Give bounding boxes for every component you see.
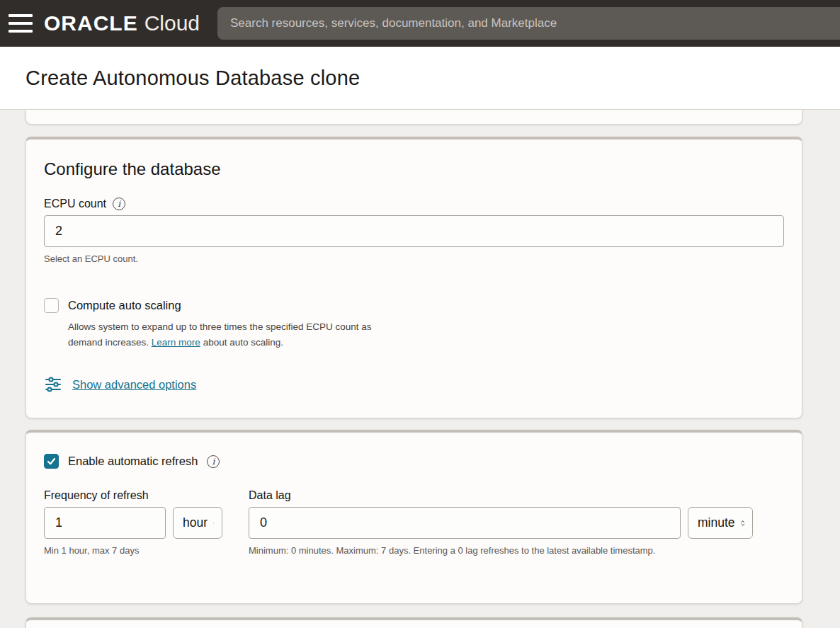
hamburger-icon <box>8 14 33 33</box>
oracle-cloud-logo[interactable]: ORACLE Cloud <box>44 11 200 35</box>
info-icon[interactable]: i <box>113 198 125 210</box>
brand-cloud: Cloud <box>144 11 200 35</box>
top-nav: ORACLE Cloud <box>0 0 840 47</box>
data-lag-field-group: Data lag minute Minimum: 0 minutes. Max <box>249 489 753 556</box>
description-text: about auto scaling. <box>200 337 283 348</box>
next-card-edge <box>25 617 802 628</box>
enable-automatic-refresh-label[interactable]: Enable automatic refresh <box>68 455 198 468</box>
page-title: Create Autonomous Database clone <box>25 67 360 90</box>
ecpu-helper-text: Select an ECPU count. <box>44 253 784 264</box>
compute-auto-scaling-checkbox[interactable] <box>44 298 59 313</box>
info-icon[interactable]: i <box>207 455 220 468</box>
data-lag-unit-select[interactable]: minute <box>688 507 753 539</box>
section-heading: Configure the database <box>44 139 784 179</box>
automatic-refresh-card: Enable automatic refresh i Frequency of … <box>25 430 802 604</box>
learn-more-link[interactable]: Learn more <box>152 337 200 348</box>
frequency-unit-value: hour <box>183 515 208 530</box>
frequency-of-refresh-label: Frequency of refresh <box>44 489 222 502</box>
brand-oracle: ORACLE <box>44 11 138 35</box>
data-lag-input[interactable] <box>249 507 681 539</box>
sliders-icon <box>44 375 62 394</box>
compute-auto-scaling-label[interactable]: Compute auto scaling <box>68 299 181 312</box>
data-lag-label: Data lag <box>249 489 753 502</box>
search-input[interactable] <box>217 7 840 40</box>
menu-button[interactable] <box>0 0 41 47</box>
page-content: Configure the database ECPU count i Sele… <box>0 110 840 628</box>
check-icon <box>47 457 56 466</box>
frequency-helper-text: Min 1 hour, max 7 days <box>44 545 222 556</box>
ecpu-count-input[interactable] <box>44 215 784 247</box>
data-lag-unit-value: minute <box>698 515 735 530</box>
frequency-field-group: Frequency of refresh hour Min 1 hour, m <box>44 489 222 556</box>
show-advanced-options-link[interactable]: Show advanced options <box>72 378 196 392</box>
previous-card-edge <box>25 110 802 125</box>
chevron-updown-icon <box>213 517 214 530</box>
page-header: Create Autonomous Database clone <box>0 47 840 110</box>
ecpu-count-label: ECPU count <box>44 198 106 210</box>
chevron-updown-icon <box>741 517 744 530</box>
data-lag-helper-text: Minimum: 0 minutes. Maximum: 7 days. Ent… <box>249 545 753 556</box>
configure-database-card: Configure the database ECPU count i Sele… <box>25 137 802 418</box>
enable-automatic-refresh-checkbox[interactable] <box>44 454 59 469</box>
frequency-input[interactable] <box>44 507 166 539</box>
frequency-unit-select[interactable]: hour <box>173 507 222 539</box>
auto-scaling-description: Allows system to expand up to three time… <box>68 319 392 350</box>
